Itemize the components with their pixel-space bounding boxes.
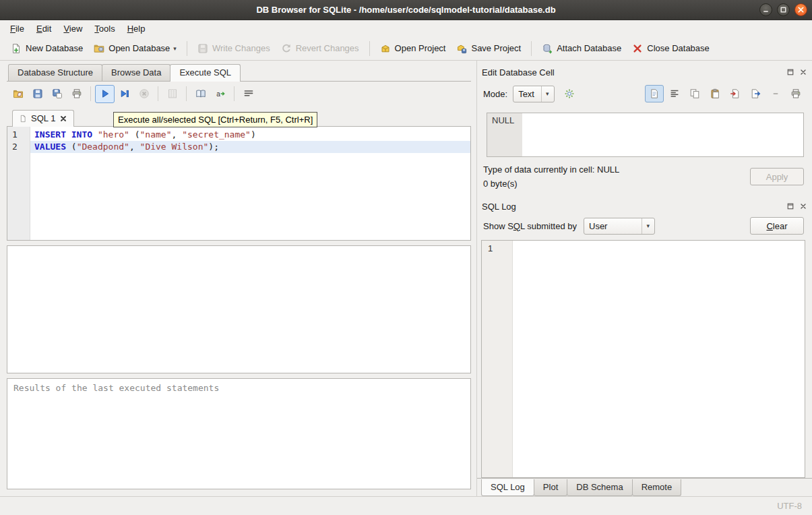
dock-close-icon[interactable] (799, 202, 808, 211)
align-left-button[interactable] (665, 85, 684, 102)
save-project-label: Save Project (471, 43, 521, 53)
open-database-button[interactable]: Open Database▾ (88, 40, 182, 57)
dock-close-icon[interactable] (799, 67, 808, 77)
mode-select[interactable]: Text ▾ (513, 86, 554, 102)
sql-gutter: 12 (7, 127, 30, 240)
log-line-number: 1 (488, 243, 493, 253)
tab-close-icon[interactable] (59, 115, 67, 123)
close-database-button[interactable]: Close Database (627, 40, 715, 57)
print-button[interactable] (67, 85, 86, 103)
export-csv-button[interactable] (162, 85, 182, 103)
dock-tab-sql-log[interactable]: SQL Log (481, 479, 534, 496)
clear-button[interactable]: Clear (750, 217, 804, 235)
cell-editor[interactable]: NULL (487, 113, 804, 157)
editor-toolbar: a (7, 82, 471, 106)
float-icon[interactable] (786, 67, 795, 77)
execute-all-button[interactable] (95, 85, 115, 103)
cell-info-row: Type of data currently in cell: NULL 0 b… (483, 164, 804, 189)
code-line[interactable]: VALUES ("Deadpond", "Dive Wilson"); (30, 141, 470, 153)
menubar: FileEditViewToolsHelp (0, 20, 812, 36)
cell-type-info: Type of data currently in cell: NULL (483, 164, 750, 175)
word-wrap-button[interactable] (239, 85, 258, 103)
close-database-icon (632, 43, 643, 54)
open-project-icon (380, 43, 391, 54)
file-icon (19, 115, 27, 123)
tab-database-structure[interactable]: Database Structure (8, 64, 102, 81)
attach-database-icon (542, 43, 553, 54)
dock-tab-plot[interactable]: Plot (534, 479, 567, 496)
statusbar: UTF-8 (0, 496, 812, 515)
autocomplete-button[interactable]: a (210, 85, 230, 103)
open-database-label: Open Database (108, 43, 170, 53)
tab-execute-sql[interactable]: Execute SQL (170, 64, 241, 82)
apply-button[interactable]: Apply (750, 168, 804, 185)
maximize-icon[interactable] (777, 3, 790, 16)
menu-file[interactable]: File (4, 22, 30, 36)
execute-all-icon (100, 88, 111, 99)
code-line[interactable]: INSERT INTO "hero" ("name", "secret_name… (30, 129, 470, 141)
paste-icon (710, 88, 720, 99)
chevron-down-icon: ▾ (541, 86, 549, 102)
set-null-button[interactable] (766, 85, 785, 102)
revert-changes-button[interactable]: Revert Changes (276, 40, 365, 57)
export-button[interactable] (746, 85, 765, 102)
save-as-button[interactable] (47, 85, 67, 103)
filter-label: Show SQL submitted by (483, 221, 577, 231)
cell-size-info: 0 byte(s) (483, 179, 750, 189)
paste-button[interactable] (706, 85, 724, 102)
results-message: Results of the last executed statements (7, 378, 471, 489)
write-changes-icon (197, 43, 208, 54)
open-project-label: Open Project (395, 43, 446, 53)
open-sql-file-button[interactable] (8, 85, 28, 103)
minimize-icon[interactable] (759, 3, 772, 16)
stop-icon (139, 88, 150, 99)
new-database-button[interactable]: New Database (5, 40, 88, 57)
cell-edit-area[interactable] (522, 113, 803, 156)
menu-edit[interactable]: Edit (30, 22, 57, 36)
submitted-by-select[interactable]: User ▾ (584, 218, 655, 235)
log-gutter: 1 (482, 241, 513, 477)
revert-changes-label: Revert Changes (296, 43, 359, 53)
sql-log-view[interactable]: 1 (481, 240, 805, 478)
line-number: 2 (7, 141, 30, 153)
mode-value: Text (518, 89, 534, 99)
sql-tab[interactable]: SQL 1 (12, 110, 74, 127)
execute-tooltip: Execute all/selected SQL [Ctrl+Return, F… (113, 112, 317, 127)
sql-code[interactable]: INSERT INTO "hero" ("name", "secret_name… (30, 127, 470, 240)
sql-pane: Database StructureBrowse DataExecute SQL… (0, 61, 476, 496)
stop-button[interactable] (134, 85, 154, 103)
edit-cell-title: Edit Database Cell (482, 67, 786, 78)
text-doc-button[interactable] (645, 85, 664, 102)
copy-button[interactable] (685, 85, 704, 102)
new-database-label: New Database (26, 43, 83, 53)
menu-view[interactable]: View (57, 22, 88, 36)
execute-line-button[interactable] (115, 85, 134, 103)
import-button[interactable] (726, 85, 745, 102)
dock-tab-remote[interactable]: Remote (632, 479, 682, 496)
print-icon (790, 88, 801, 99)
auto-format-icon[interactable] (560, 85, 580, 103)
results-grid[interactable] (7, 245, 471, 373)
float-icon[interactable] (786, 202, 795, 211)
close-icon[interactable] (794, 3, 807, 16)
save-sql-file-button[interactable] (28, 85, 47, 103)
print-icon (71, 88, 82, 99)
dock-tabs: SQL LogPlotDB SchemaRemote (477, 478, 812, 496)
open-project-button[interactable]: Open Project (375, 40, 451, 57)
sql-editor[interactable]: 12 INSERT INTO "hero" ("name", "secret_n… (7, 126, 471, 241)
dock-tab-db-schema[interactable]: DB Schema (567, 479, 632, 496)
find-replace-button[interactable] (191, 85, 210, 103)
print-button[interactable] (786, 85, 805, 102)
sql-log-header: SQL Log (477, 199, 812, 214)
log-area (513, 241, 805, 477)
tab-browse-data[interactable]: Browse Data (102, 64, 170, 81)
attach-database-button[interactable]: Attach Database (536, 40, 627, 57)
copy-icon (689, 88, 700, 99)
save-project-button[interactable]: Save Project (451, 40, 526, 57)
autocomplete-icon: a (215, 88, 226, 99)
sql-tab-label: SQL 1 (31, 113, 55, 123)
menu-help[interactable]: Help (121, 22, 152, 36)
write-changes-button[interactable]: Write Changes (192, 40, 276, 57)
chevron-down-icon: ▾ (642, 218, 650, 234)
menu-tools[interactable]: Tools (88, 22, 121, 36)
